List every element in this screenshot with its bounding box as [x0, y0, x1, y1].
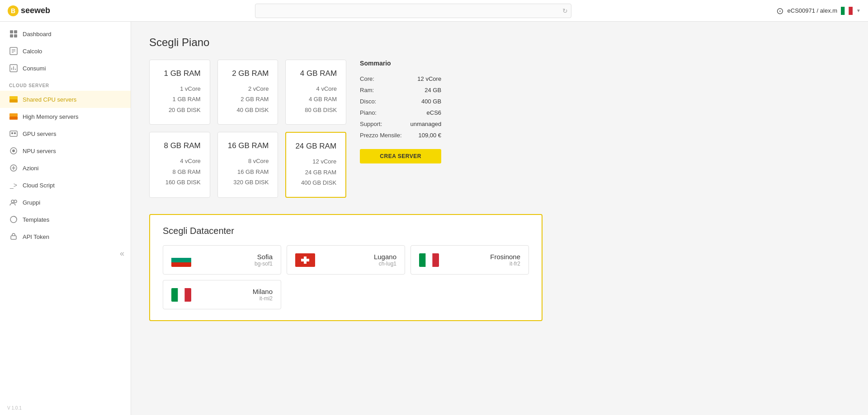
- svg-rect-40: [426, 253, 433, 267]
- sidebar: Dashboard Calcolo Consumi CLOUD SERVER S…: [0, 22, 131, 415]
- summary-panel: Sommario Core: 12 vCore Ram: 24 GB Disco…: [360, 60, 441, 163]
- svg-rect-22: [11, 132, 13, 134]
- datacenter-title: Scegli Datacenter: [163, 226, 529, 236]
- datacenter-milano[interactable]: Milano it-mi2: [163, 280, 281, 309]
- summary-row-core: Core: 12 vCore: [360, 73, 441, 84]
- calcolo-icon: [9, 47, 18, 56]
- flag-bg: [171, 253, 191, 267]
- svg-rect-20: [9, 117, 18, 120]
- logo-text: seeweb: [21, 6, 50, 15]
- plan-detail-3: 4 vCore 4 GB RAM 80 GB DISK: [295, 84, 337, 115]
- sidebar-item-consumi[interactable]: Consumi: [0, 60, 131, 77]
- svg-rect-7: [10, 34, 13, 37]
- sidebar-label-consumi: Consumi: [23, 65, 46, 72]
- sidebar-label-dashboard: Dashboard: [23, 31, 52, 37]
- sidebar-item-api-token[interactable]: API Token: [0, 228, 131, 245]
- sidebar-label-azioni: Azioni: [23, 165, 38, 172]
- svg-rect-3: [845, 7, 849, 15]
- svg-rect-38: [301, 259, 309, 261]
- refresh-icon[interactable]: ↻: [562, 7, 568, 14]
- plan-section: 1 GB RAM 1 vCore 1 GB RAM 20 GB DISK 2 G…: [149, 60, 850, 198]
- sidebar-item-calcolo[interactable]: Calcolo: [0, 42, 131, 60]
- gpu-icon: [9, 129, 18, 138]
- user-label: eCS00971 / alex.m: [788, 7, 838, 14]
- sidebar-label-npu: NPU servers: [23, 148, 56, 154]
- plan-ram-3: 4 GB RAM: [295, 69, 337, 78]
- plan-ram-1: 1 GB RAM: [159, 69, 201, 78]
- logo-icon: B: [7, 5, 19, 17]
- language-flag: [841, 7, 853, 15]
- topbar: B seeweb ↻ ⊙ eCS00971 / alex.m ▼: [0, 0, 868, 22]
- sidebar-item-high-memory[interactable]: High Memory servers: [0, 108, 131, 125]
- svg-rect-2: [841, 7, 845, 15]
- plan-card-1gb[interactable]: 1 GB RAM 1 vCore 1 GB RAM 20 GB DISK: [149, 60, 210, 125]
- sidebar-item-dashboard[interactable]: Dashboard: [0, 25, 131, 42]
- sidebar-item-gruppi[interactable]: Gruppi: [0, 194, 131, 211]
- logo: B seeweb: [7, 5, 50, 17]
- sidebar-item-azioni[interactable]: Azioni: [0, 159, 131, 177]
- layout: Dashboard Calcolo Consumi CLOUD SERVER S…: [0, 22, 868, 415]
- dropdown-arrow: ▼: [856, 8, 861, 13]
- main-content: Scegli Piano 1 GB RAM 1 vCore 1 GB RAM 2…: [131, 22, 868, 415]
- datacenter-lugano[interactable]: Lugano ch-lug1: [287, 245, 405, 275]
- search-container: ↻: [255, 4, 571, 18]
- plan-card-8gb[interactable]: 8 GB RAM 4 vCore 8 GB RAM 160 GB DISK: [149, 132, 210, 198]
- sidebar-item-shared-cpu[interactable]: Shared CPU servers: [0, 91, 131, 108]
- svg-rect-8: [14, 34, 17, 37]
- sidebar-label-api-token: API Token: [23, 233, 49, 240]
- datacenter-lugano-code: ch-lug1: [321, 261, 396, 267]
- datacenter-lugano-city: Lugano: [321, 253, 396, 261]
- dashboard-icon: [9, 29, 18, 38]
- sidebar-item-cloud-script[interactable]: _> Cloud Script: [0, 177, 131, 194]
- svg-point-29: [11, 200, 14, 203]
- summary-row-support: Support: unmanaged: [360, 118, 441, 130]
- sidebar-item-npu[interactable]: NPU servers: [0, 142, 131, 159]
- consumi-icon: [9, 64, 18, 73]
- datacenter-milano-city: Milano: [198, 288, 273, 295]
- svg-rect-35: [171, 262, 191, 267]
- svg-rect-33: [171, 253, 191, 258]
- plan-card-4gb[interactable]: 4 GB RAM 4 vCore 4 GB RAM 80 GB DISK: [285, 60, 346, 125]
- collapse-sidebar-button[interactable]: «: [0, 245, 131, 262]
- search-input[interactable]: [255, 4, 571, 18]
- plan-ram-4: 8 GB RAM: [159, 141, 201, 150]
- user-menu[interactable]: ⊙ eCS00971 / alex.m ▼: [776, 5, 861, 16]
- sidebar-label-gpu: GPU servers: [23, 131, 56, 137]
- sidebar-item-gpu[interactable]: GPU servers: [0, 125, 131, 142]
- summary-row-piano: Piano: eCS6: [360, 107, 441, 118]
- svg-text:B: B: [11, 7, 15, 14]
- flag-ch: [295, 253, 315, 267]
- plan-card-16gb[interactable]: 16 GB RAM 8 vCore 16 GB RAM 320 GB DISK: [217, 132, 278, 198]
- plan-detail-6: 12 vCore 24 GB RAM 400 GB DISK: [295, 156, 336, 188]
- sidebar-item-templates[interactable]: Templates: [0, 211, 131, 228]
- npu-icon: [9, 146, 18, 155]
- svg-rect-41: [432, 253, 439, 267]
- plan-detail-1: 1 vCore 1 GB RAM 20 GB DISK: [159, 84, 201, 115]
- plan-card-2gb[interactable]: 2 GB RAM 2 vCore 2 GB RAM 40 GB DISK: [217, 60, 278, 125]
- create-server-button[interactable]: CREA SERVER: [360, 149, 441, 163]
- version-label: V 1.0.1: [0, 401, 131, 415]
- plan-grid: 1 GB RAM 1 vCore 1 GB RAM 20 GB DISK 2 G…: [149, 60, 346, 198]
- flag-it-frosinone: [419, 253, 439, 267]
- datacenter-sofia[interactable]: Sofia bg-sof1: [163, 245, 281, 275]
- plan-ram-6: 24 GB RAM: [295, 142, 336, 151]
- datacenter-milano-code: it-mi2: [198, 295, 273, 302]
- datacenter-frosinone[interactable]: Frosinone it-fr2: [410, 245, 529, 275]
- summary-row-ram: Ram: 24 GB: [360, 84, 441, 96]
- svg-rect-17: [9, 96, 18, 99]
- plan-detail-5: 8 vCore 16 GB RAM 320 GB DISK: [227, 156, 269, 187]
- memory-icon: [9, 112, 18, 121]
- plan-cards-container: 1 GB RAM 1 vCore 1 GB RAM 20 GB DISK 2 G…: [149, 60, 346, 198]
- flag-it-milano: [171, 288, 191, 302]
- svg-rect-5: [10, 30, 13, 33]
- plan-ram-2: 2 GB RAM: [227, 69, 269, 78]
- plan-card-24gb[interactable]: 24 GB RAM 12 vCore 24 GB RAM 400 GB DISK: [285, 132, 346, 198]
- svg-rect-32: [11, 236, 16, 239]
- summary-row-disco: Disco: 400 GB: [360, 96, 441, 107]
- svg-rect-6: [14, 30, 17, 33]
- page-title: Scegli Piano: [149, 36, 850, 49]
- svg-rect-4: [849, 7, 853, 15]
- script-icon: _>: [9, 181, 18, 190]
- cloud-server-label: CLOUD SERVER: [0, 77, 131, 91]
- svg-rect-42: [171, 288, 178, 302]
